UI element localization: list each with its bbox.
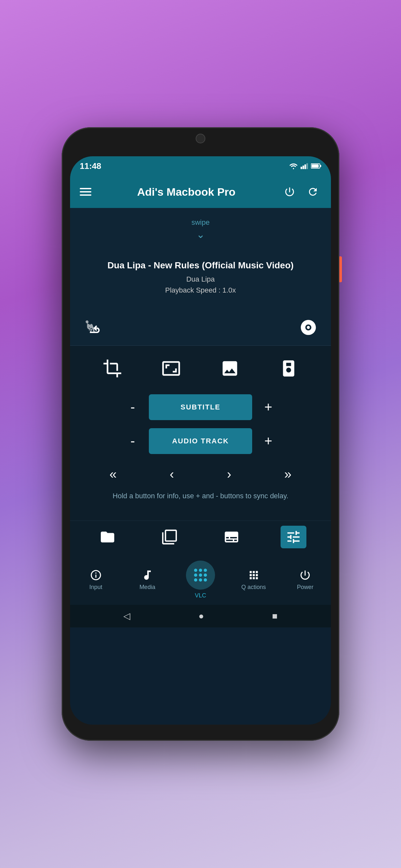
wifi-icon — [289, 163, 298, 169]
nav-power[interactable]: Power — [287, 566, 323, 593]
media-speed: Playback Speed : 1.0x — [80, 286, 321, 294]
svg-rect-5 — [320, 165, 321, 167]
swipe-chevron-icon: ⌄ — [196, 229, 205, 240]
nav-media[interactable]: Media — [129, 566, 165, 593]
media-artist: Dua Lipa — [80, 275, 321, 283]
media-icons-row — [70, 311, 331, 345]
input-icon — [90, 569, 102, 581]
subtitle-button[interactable]: SUBTITLE — [149, 394, 252, 420]
gesture-icon — [84, 319, 101, 336]
tab-settings[interactable] — [281, 526, 306, 548]
swipe-label: swipe — [191, 218, 210, 227]
media-info-section: Dua Lipa - New Rules (Official Music Vid… — [70, 247, 331, 311]
battery-icon — [311, 163, 321, 169]
top-bar-actions — [281, 183, 321, 200]
audio-track-control-row: - AUDIO TRACK + — [83, 428, 318, 454]
app-title: Adi's Macbook Pro — [137, 186, 236, 198]
nav-input[interactable]: Input — [78, 566, 114, 593]
audio-track-plus-button[interactable]: + — [258, 431, 278, 451]
subtitle-icon — [223, 529, 240, 545]
phone-notch — [62, 127, 339, 153]
controls-section: - SUBTITLE + - AUDIO TRACK + « — [70, 346, 331, 521]
media-icon — [141, 569, 153, 581]
gesture-button[interactable] — [83, 318, 102, 337]
nav-power-label: Power — [297, 584, 313, 591]
tab-folder[interactable] — [95, 526, 120, 548]
front-camera — [196, 134, 205, 144]
audio-track-minus-button[interactable]: - — [123, 431, 143, 451]
nav-media-label: Media — [140, 584, 155, 591]
skip-forward-fast-button[interactable]: » — [278, 464, 298, 485]
bottom-navigation: Input Media VLC — [70, 553, 331, 605]
settings-sliders-icon — [285, 529, 302, 545]
vlc-center-button[interactable] — [186, 561, 215, 590]
status-time: 11:48 — [80, 161, 101, 171]
volume-button[interactable] — [339, 256, 342, 282]
disc-icon — [299, 318, 317, 337]
select-icon — [161, 529, 178, 545]
skip-back-fast-button[interactable]: « — [103, 464, 123, 485]
disc-button[interactable] — [299, 318, 318, 337]
android-back-button[interactable]: ◁ — [123, 611, 130, 621]
aspect-ratio-icon — [161, 359, 181, 378]
speaker-icon — [279, 359, 298, 378]
audio-track-button[interactable]: AUDIO TRACK — [149, 428, 252, 454]
info-text: Hold a button for info, use + and - butt… — [83, 491, 318, 501]
swipe-area[interactable]: swipe ⌄ — [70, 208, 331, 247]
status-icons — [289, 163, 321, 169]
app-top-bar: Adi's Macbook Pro — [70, 176, 331, 208]
skip-back-button[interactable]: ‹ — [163, 464, 181, 485]
svg-rect-3 — [306, 163, 308, 169]
subtitle-plus-button[interactable]: + — [258, 398, 278, 417]
aspect-ratio-button[interactable] — [158, 355, 184, 381]
subtitle-control-row: - SUBTITLE + — [83, 394, 318, 420]
tab-subtitle[interactable] — [219, 526, 244, 548]
power-button[interactable] — [281, 183, 298, 200]
power-nav-icon — [299, 569, 311, 581]
nav-vlc-label: VLC — [195, 592, 206, 599]
android-recent-button[interactable]: ■ — [272, 611, 278, 621]
navigation-arrows: « ‹ › » — [83, 464, 318, 485]
svg-rect-6 — [312, 164, 319, 167]
nav-qactions[interactable]: Q actions — [236, 566, 272, 593]
android-home-button[interactable]: ● — [198, 611, 204, 621]
media-title: Dua Lipa - New Rules (Official Music Vid… — [80, 259, 321, 271]
svg-rect-2 — [305, 164, 306, 169]
nav-vlc[interactable]: VLC — [181, 558, 220, 601]
image-icon — [220, 359, 240, 378]
refresh-icon — [307, 186, 319, 197]
menu-button[interactable] — [80, 188, 91, 196]
subtitle-minus-button[interactable]: - — [123, 398, 143, 417]
vlc-dots-grid — [193, 567, 208, 583]
signal-icon — [301, 163, 308, 169]
skip-forward-button[interactable]: › — [220, 464, 238, 485]
svg-rect-1 — [303, 166, 304, 169]
bottom-tabs — [70, 521, 331, 553]
crop-icon — [103, 359, 122, 378]
refresh-button[interactable] — [305, 183, 321, 200]
nav-qactions-label: Q actions — [242, 584, 266, 591]
svg-rect-0 — [301, 166, 302, 169]
android-nav-bar: ◁ ● ■ — [70, 605, 331, 627]
speaker-button[interactable] — [276, 355, 302, 381]
image-button[interactable] — [217, 355, 243, 381]
tool-icons-row — [83, 355, 318, 381]
qactions-icon — [248, 569, 260, 581]
tab-select[interactable] — [157, 526, 182, 548]
phone-frame: 11:48 — [62, 127, 339, 741]
power-icon — [284, 186, 296, 197]
status-bar: 11:48 — [70, 156, 331, 176]
folder-icon — [99, 529, 116, 545]
crop-button[interactable] — [99, 355, 125, 381]
nav-input-label: Input — [89, 584, 102, 591]
phone-screen: 11:48 — [70, 156, 331, 724]
